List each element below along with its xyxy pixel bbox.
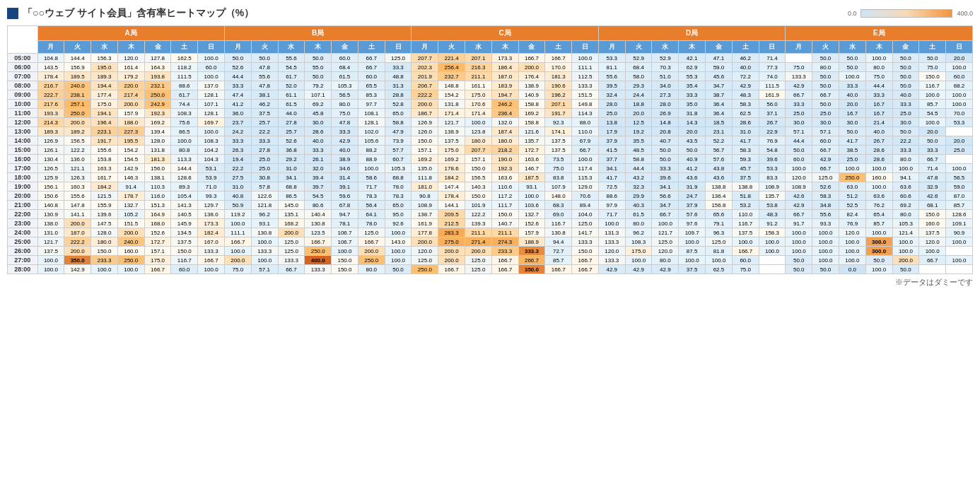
data-cell: 59.6 bbox=[332, 192, 358, 201]
data-cell: 43.8 bbox=[706, 164, 733, 173]
data-cell: 35.5 bbox=[625, 136, 652, 146]
data-cell: 58.6 bbox=[358, 173, 385, 182]
data-cell: 187.5 bbox=[518, 173, 545, 182]
data-cell: 26.9 bbox=[652, 109, 679, 118]
data-cell: 141.7 bbox=[572, 228, 599, 237]
day-header: 金 bbox=[706, 41, 733, 54]
data-cell: 60.0 bbox=[946, 72, 973, 81]
day-header: 金 bbox=[144, 41, 171, 54]
data-cell: 181.0 bbox=[412, 182, 438, 192]
data-cell: 200.0 bbox=[64, 219, 91, 228]
data-cell: 30.0 bbox=[786, 118, 812, 127]
data-cell: 168.0 bbox=[144, 219, 171, 228]
data-cell: 140.9 bbox=[518, 90, 545, 100]
data-cell: 56.6 bbox=[652, 192, 679, 201]
data-cell: 207.1 bbox=[545, 100, 572, 109]
data-cell: 21.4 bbox=[865, 118, 892, 127]
data-cell: 100.0 bbox=[572, 155, 599, 164]
data-cell: 111.5 bbox=[171, 72, 198, 81]
data-cell: 100.0 bbox=[198, 54, 225, 63]
data-cell: 350.0 bbox=[64, 256, 91, 265]
data-cell: 121.5 bbox=[91, 192, 118, 201]
data-cell: 100.0 bbox=[37, 256, 64, 265]
data-cell: 137.5 bbox=[37, 247, 64, 256]
data-cell: 121.7 bbox=[652, 228, 679, 237]
data-cell: 158.8 bbox=[518, 118, 545, 127]
data-cell: 157.9 bbox=[117, 109, 144, 118]
data-cell: 100.0 bbox=[812, 247, 839, 256]
data-cell: 19.2 bbox=[625, 127, 652, 136]
heatmap-table: A局 B局 C局 D局 E局 月火水木金土日月火水木金土日月火水木金土日月火水木… bbox=[7, 25, 973, 274]
data-cell: 187.0 bbox=[491, 72, 518, 81]
data-cell: 126.5 bbox=[37, 164, 64, 173]
data-cell: 77.3 bbox=[759, 63, 786, 72]
data-cell: 40.0 bbox=[892, 90, 919, 100]
data-cell: 173.3 bbox=[198, 219, 225, 228]
data-cell: 150.6 bbox=[37, 192, 64, 201]
data-cell: 246.2 bbox=[491, 100, 518, 109]
data-cell: 100.0 bbox=[385, 247, 412, 256]
data-cell: 150.0 bbox=[332, 256, 358, 265]
data-cell: 125.0 bbox=[706, 237, 733, 247]
data-cell: 138.9 bbox=[438, 127, 465, 136]
data-cell: 68.1 bbox=[919, 201, 946, 210]
data-cell: 175.0 bbox=[91, 100, 118, 109]
data-cell: 250.0 bbox=[358, 256, 385, 265]
data-cell: 24.7 bbox=[679, 192, 706, 201]
data-cell: 150.0 bbox=[332, 265, 358, 274]
data-cell: 62.5 bbox=[732, 109, 759, 118]
data-cell: 104.0 bbox=[572, 210, 599, 219]
data-cell: 189.5 bbox=[64, 72, 91, 81]
data-cell: 36.4 bbox=[706, 109, 733, 118]
data-cell: 137.5 bbox=[545, 136, 572, 146]
data-cell: 70.6 bbox=[572, 192, 599, 201]
data-cell: 28.6 bbox=[865, 146, 892, 155]
data-cell: 111.1 bbox=[572, 63, 599, 72]
title-icon bbox=[7, 8, 18, 19]
table-row: 08:00216.7240.0194.4220.0232.188.6137.03… bbox=[8, 81, 973, 90]
data-cell: 115.3 bbox=[572, 173, 599, 182]
data-cell: 66.7 bbox=[919, 155, 946, 164]
data-cell: 34.1 bbox=[598, 164, 625, 173]
data-cell: 133.3 bbox=[598, 256, 625, 265]
data-cell: 39.6 bbox=[759, 155, 786, 164]
data-cell: 129.7 bbox=[198, 201, 225, 210]
data-cell: 166.7 bbox=[491, 265, 518, 274]
data-cell: 34.8 bbox=[812, 201, 839, 210]
data-cell: 60.7 bbox=[385, 155, 412, 164]
data-cell: 25.0 bbox=[251, 155, 278, 164]
data-cell: 79.1 bbox=[706, 219, 733, 228]
data-cell: 34.1 bbox=[278, 173, 305, 182]
data-cell: 133.3 bbox=[278, 256, 305, 265]
data-cell: 20.0 bbox=[946, 54, 973, 63]
data-cell: 50.0 bbox=[892, 265, 919, 274]
data-cell: 40.0 bbox=[305, 136, 332, 146]
data-cell: 81.1 bbox=[598, 63, 625, 72]
data-cell: 18.5 bbox=[706, 118, 733, 127]
data-cell: 89.3 bbox=[171, 182, 198, 192]
data-cell: 150.0 bbox=[491, 210, 518, 219]
data-cell: 100.0 bbox=[946, 90, 973, 100]
data-cell: 100.0 bbox=[839, 237, 865, 247]
day-header: 火 bbox=[64, 41, 91, 54]
data-cell: 75.0 bbox=[786, 63, 812, 72]
group-b-header: B局 bbox=[224, 26, 411, 41]
data-cell: 22.2 bbox=[224, 164, 251, 173]
data-cell: 188.0 bbox=[117, 118, 144, 127]
group-c-header: C局 bbox=[412, 26, 598, 41]
data-cell: 120.0 bbox=[919, 237, 946, 247]
data-cell: 100.0 bbox=[224, 219, 251, 228]
data-cell: 233.3 bbox=[91, 256, 118, 265]
legend-min: 0.0 bbox=[848, 10, 857, 17]
data-cell: 51.2 bbox=[839, 192, 865, 201]
legend-max: 400.0 bbox=[957, 10, 973, 17]
data-cell: 57.1 bbox=[251, 265, 278, 274]
data-cell: 100.0 bbox=[839, 164, 865, 173]
data-cell: 120.0 bbox=[786, 173, 812, 182]
data-cell: 100.0 bbox=[518, 192, 545, 201]
data-cell: 100.0 bbox=[892, 237, 919, 247]
data-cell: 125.0 bbox=[412, 256, 438, 265]
data-cell: 28.0 bbox=[652, 100, 679, 109]
data-cell: 179.2 bbox=[117, 72, 144, 81]
data-cell: 257.1 bbox=[64, 100, 91, 109]
